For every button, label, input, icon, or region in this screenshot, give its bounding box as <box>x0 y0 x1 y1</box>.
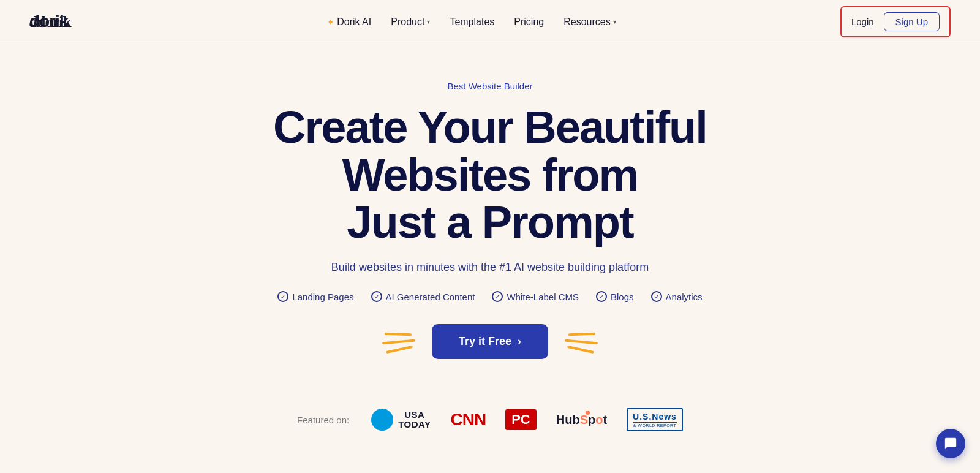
logo-usa-today: USATODAY <box>371 409 431 431</box>
feature-ai-content: ✓ AI Generated Content <box>371 291 475 302</box>
nav-resources[interactable]: Resources ▾ <box>564 17 616 28</box>
logo[interactable]: ddorik <box>29 13 71 31</box>
logo-pc: PC <box>505 409 537 430</box>
try-free-button[interactable]: Try it Free › <box>432 324 548 359</box>
svg-line-2 <box>383 340 414 342</box>
resources-chevron-icon: ▾ <box>613 18 616 25</box>
cta-right-decoration <box>562 325 601 358</box>
hero-tag: Best Website Builder <box>448 81 533 91</box>
logo-cnn: CNN <box>451 410 486 429</box>
login-button[interactable]: Login <box>851 17 874 27</box>
navbar: dorik ddorik ✦ Dorik AI Product ▾ Templa… <box>0 0 980 44</box>
svg-line-4 <box>570 331 594 336</box>
hero-section: Best Website Builder Create Your Beautif… <box>0 44 980 473</box>
check-icon: ✓ <box>371 291 382 302</box>
check-icon: ✓ <box>651 291 662 302</box>
cta-area: Try it Free › <box>380 324 600 359</box>
svg-line-5 <box>566 340 597 342</box>
svg-line-6 <box>568 347 593 352</box>
usa-today-text: USATODAY <box>398 410 431 430</box>
nav-auth-area: Login Sign Up <box>840 6 951 37</box>
signup-button[interactable]: Sign Up <box>884 12 940 31</box>
feature-list: ✓ Landing Pages ✓ AI Generated Content ✓… <box>277 291 702 302</box>
arrow-icon: › <box>518 335 521 348</box>
product-chevron-icon: ▾ <box>427 18 430 25</box>
nav-links: ✦ Dorik AI Product ▾ Templates Pricing R… <box>327 17 616 28</box>
featured-logos: USATODAY CNN PC HubSpot U.S.News & WORLD… <box>371 408 683 431</box>
check-icon: ✓ <box>492 291 503 302</box>
nav-dorik-ai[interactable]: ✦ Dorik AI <box>327 17 371 28</box>
hero-title: Create Your Beautiful Websites from Just… <box>214 104 766 246</box>
logo-hubspot: HubSpot <box>556 413 607 427</box>
nav-templates[interactable]: Templates <box>450 17 494 28</box>
feature-whitelabel: ✓ White-Label CMS <box>492 291 579 302</box>
svg-line-1 <box>386 331 410 336</box>
ai-star-icon: ✦ <box>327 17 334 27</box>
svg-line-3 <box>387 347 412 352</box>
usa-circle-icon <box>371 409 393 431</box>
hero-subtitle: Build websites in minutes with the #1 AI… <box>331 261 649 274</box>
check-icon: ✓ <box>596 291 607 302</box>
featured-section: Featured on: USATODAY CNN PC HubSpot U.S… <box>297 396 683 450</box>
logo-usnews: U.S.News & WORLD REPORT <box>627 408 683 431</box>
featured-label: Featured on: <box>297 415 349 425</box>
cta-left-decoration <box>379 325 418 358</box>
check-icon: ✓ <box>277 291 288 302</box>
feature-analytics: ✓ Analytics <box>651 291 703 302</box>
feature-blogs: ✓ Blogs <box>596 291 634 302</box>
feature-landing-pages: ✓ Landing Pages <box>277 291 353 302</box>
nav-pricing[interactable]: Pricing <box>514 17 544 28</box>
nav-product[interactable]: Product ▾ <box>391 17 430 28</box>
chat-button[interactable] <box>936 429 965 458</box>
